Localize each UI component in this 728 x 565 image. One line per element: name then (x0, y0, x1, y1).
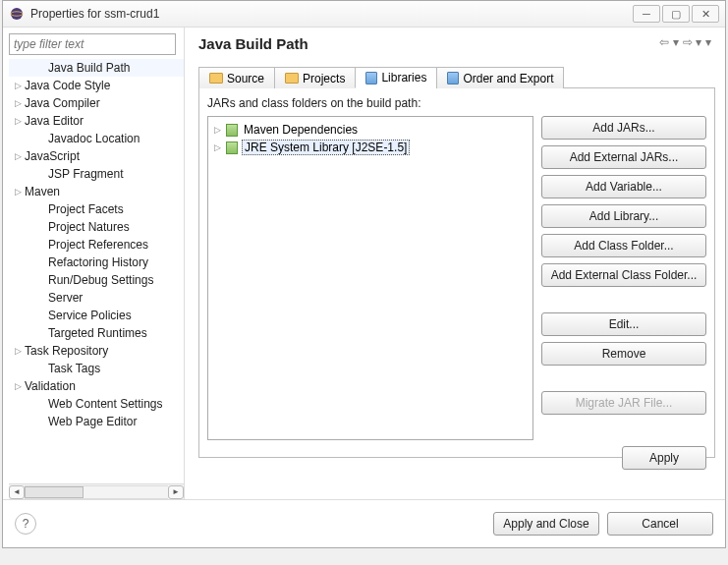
library-item[interactable]: ▷JRE System Library [J2SE-1.5] (212, 139, 529, 156)
sidebar-item-label: Task Repository (25, 344, 108, 358)
svg-point-0 (11, 8, 23, 20)
sidebar-item-label: Java Editor (25, 114, 84, 128)
forward-icon[interactable]: ⇨ ▾ (683, 35, 701, 49)
expand-arrow-icon[interactable]: ▷ (214, 125, 222, 135)
expand-arrow-icon[interactable]: ▷ (214, 142, 222, 152)
add-external-jars-button[interactable]: Add External JARs... (541, 145, 706, 169)
back-icon[interactable]: ⇦ ▾ (659, 35, 678, 49)
edit-button[interactable]: Edit... (541, 312, 706, 336)
add-variable-button[interactable]: Add Variable... (541, 175, 706, 198)
category-tree[interactable]: Java Build Path▷Java Code Style▷Java Com… (9, 59, 184, 483)
subtitle: JARs and class folders on the build path… (207, 96, 706, 110)
sidebar-item-label: Web Content Settings (48, 397, 163, 411)
folder-icon (209, 73, 223, 84)
sidebar-item-server[interactable]: Server (9, 289, 184, 307)
sidebar-item-service-policies[interactable]: Service Policies (9, 307, 184, 324)
expand-arrow-icon[interactable]: ▷ (15, 346, 25, 356)
expand-arrow-icon[interactable]: ▷ (15, 187, 25, 197)
expand-arrow-icon[interactable]: ▷ (15, 151, 25, 161)
maximize-button[interactable]: ▢ (662, 5, 690, 23)
apply-and-close-button[interactable]: Apply and Close (493, 512, 599, 536)
sidebar-item-java-editor[interactable]: ▷Java Editor (9, 112, 184, 130)
sidebar-item-maven[interactable]: ▷Maven (9, 183, 184, 200)
remove-button[interactable]: Remove (541, 342, 706, 366)
sidebar-item-java-build-path[interactable]: Java Build Path (9, 59, 184, 77)
sidebar-item-refactoring-history[interactable]: Refactoring History (9, 254, 184, 271)
sidebar-item-task-tags[interactable]: Task Tags (9, 360, 184, 377)
sidebar-item-label: Java Code Style (25, 79, 110, 92)
sidebar-item-run-debug-settings[interactable]: Run/Debug Settings (9, 271, 184, 289)
expand-arrow-icon[interactable]: ▷ (15, 98, 25, 108)
sidebar-item-label: Validation (25, 379, 76, 393)
tab-label: Projects (303, 72, 345, 85)
sidebar-item-label: Run/Debug Settings (48, 273, 153, 287)
button-column: Add JARs... Add External JARs... Add Var… (541, 116, 706, 440)
sidebar-item-project-references[interactable]: Project References (9, 236, 184, 254)
scroll-right-button[interactable]: ► (168, 485, 184, 499)
library-list[interactable]: ▷Maven Dependencies▷JRE System Library [… (207, 116, 533, 440)
horizontal-scrollbar[interactable]: ◄ ► (9, 483, 184, 499)
add-jars-button[interactable]: Add JARs... (541, 116, 706, 140)
scroll-track[interactable] (25, 485, 168, 499)
sidebar-item-javadoc-location[interactable]: Javadoc Location (9, 130, 184, 147)
sidebar-item-label: Task Tags (48, 362, 100, 375)
cancel-button[interactable]: Cancel (607, 512, 713, 536)
apply-button[interactable]: Apply (622, 446, 706, 470)
scroll-left-button[interactable]: ◄ (9, 485, 25, 499)
sidebar-item-jsp-fragment[interactable]: JSP Fragment (9, 165, 184, 183)
properties-dialog: Properties for ssm-crud1 ─ ▢ ✕ Java Buil… (2, 0, 726, 548)
sidebar-item-label: Refactoring History (48, 255, 148, 269)
migrate-jar-button: Migrate JAR File... (541, 391, 706, 415)
sidebar-item-label: Web Page Editor (48, 415, 138, 428)
sidebar-item-label: Java Compiler (25, 96, 100, 110)
sidebar-item-label: JSP Fragment (48, 167, 123, 181)
sidebar-item-project-natures[interactable]: Project Natures (9, 218, 184, 236)
sidebar-item-javascript[interactable]: ▷JavaScript (9, 147, 184, 165)
expand-arrow-icon[interactable]: ▷ (15, 116, 25, 126)
expand-arrow-icon[interactable]: ▷ (15, 81, 25, 90)
tab-label: Order and Export (463, 72, 553, 85)
sidebar-item-web-content-settings[interactable]: Web Content Settings (9, 395, 184, 413)
library-icon (226, 124, 238, 137)
tab-source[interactable]: Source (198, 67, 275, 88)
sidebar-item-java-compiler[interactable]: ▷Java Compiler (9, 94, 184, 112)
sidebar-item-label: Server (48, 291, 83, 305)
tab-libraries[interactable]: Libraries (355, 67, 437, 88)
page-title: Java Build Path (198, 35, 715, 52)
library-item[interactable]: ▷Maven Dependencies (212, 121, 529, 139)
sidebar-item-label: JavaScript (25, 149, 80, 163)
scroll-thumb[interactable] (25, 486, 84, 498)
jar-icon (365, 72, 377, 85)
sidebar-item-web-page-editor[interactable]: Web Page Editor (9, 413, 184, 430)
filter-input[interactable] (9, 33, 176, 55)
sidebar-item-label: Project Facets (48, 202, 124, 216)
minimize-button[interactable]: ─ (633, 5, 660, 23)
add-external-class-folder-button[interactable]: Add External Class Folder... (541, 263, 706, 287)
close-button[interactable]: ✕ (692, 5, 719, 23)
sidebar-item-task-repository[interactable]: ▷Task Repository (9, 342, 184, 360)
tab-label: Libraries (381, 71, 426, 85)
order-icon (447, 72, 459, 85)
sidebar-item-validation[interactable]: ▷Validation (9, 377, 184, 395)
main-panel: Java Build Path ⇦ ▾ ⇨ ▾ ▾ SourceProjects… (185, 28, 725, 499)
add-library-button[interactable]: Add Library... (541, 204, 706, 228)
window-title: Properties for ssm-crud1 (30, 7, 633, 21)
libraries-tab-page: JARs and class folders on the build path… (198, 88, 715, 458)
sidebar-item-label: Targeted Runtimes (48, 326, 147, 340)
help-icon[interactable]: ? (15, 513, 36, 535)
sidebar: Java Build Path▷Java Code Style▷Java Com… (3, 28, 185, 499)
eclipse-icon (9, 6, 25, 22)
tab-order-and-export[interactable]: Order and Export (436, 67, 564, 88)
sidebar-item-project-facets[interactable]: Project Facets (9, 200, 184, 218)
library-icon (226, 141, 238, 154)
titlebar[interactable]: Properties for ssm-crud1 ─ ▢ ✕ (3, 1, 725, 28)
tab-projects[interactable]: Projects (274, 67, 356, 88)
add-class-folder-button[interactable]: Add Class Folder... (541, 234, 706, 257)
sidebar-item-label: Project Natures (48, 220, 130, 234)
sidebar-item-java-code-style[interactable]: ▷Java Code Style (9, 77, 184, 94)
footer: ? Apply and Close Cancel (3, 499, 725, 546)
sidebar-item-targeted-runtimes[interactable]: Targeted Runtimes (9, 324, 184, 342)
expand-arrow-icon[interactable]: ▷ (15, 381, 25, 391)
sidebar-item-label: Javadoc Location (48, 132, 140, 145)
menu-icon[interactable]: ▾ (705, 35, 711, 49)
